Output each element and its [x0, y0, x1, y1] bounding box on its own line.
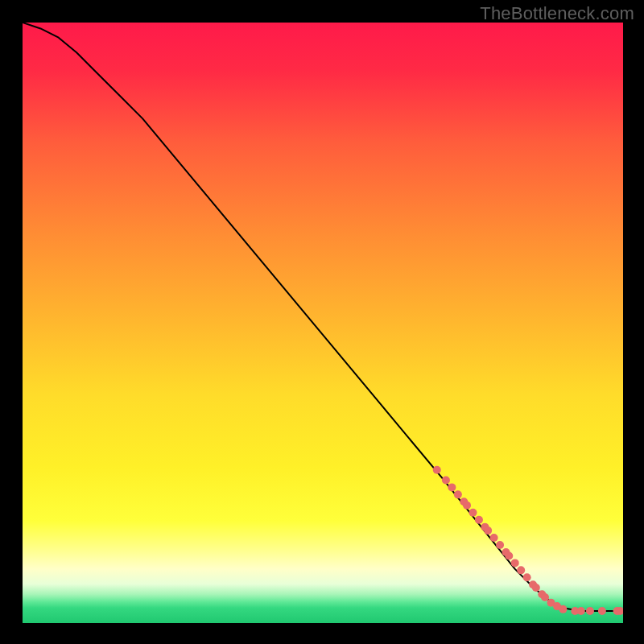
- chart-svg: [23, 23, 623, 623]
- data-point: [577, 607, 585, 615]
- data-point: [490, 534, 498, 542]
- chart-plot: [23, 23, 623, 623]
- data-point: [511, 559, 519, 567]
- data-point: [505, 551, 513, 559]
- data-point: [523, 573, 531, 581]
- data-point: [496, 541, 504, 549]
- attribution-text: TheBottleneck.com: [480, 3, 634, 24]
- data-point: [598, 607, 606, 615]
- data-point: [475, 516, 483, 524]
- data-point: [586, 607, 594, 615]
- data-point: [559, 605, 567, 613]
- data-point: [463, 502, 471, 510]
- data-point: [433, 466, 441, 474]
- data-point: [469, 509, 477, 517]
- data-point: [532, 584, 540, 592]
- chart-background: [23, 23, 623, 623]
- data-point: [448, 483, 456, 491]
- data-point: [517, 566, 525, 574]
- data-point: [442, 476, 450, 484]
- data-point: [484, 526, 492, 535]
- data-point: [454, 490, 462, 498]
- data-point: [541, 593, 549, 601]
